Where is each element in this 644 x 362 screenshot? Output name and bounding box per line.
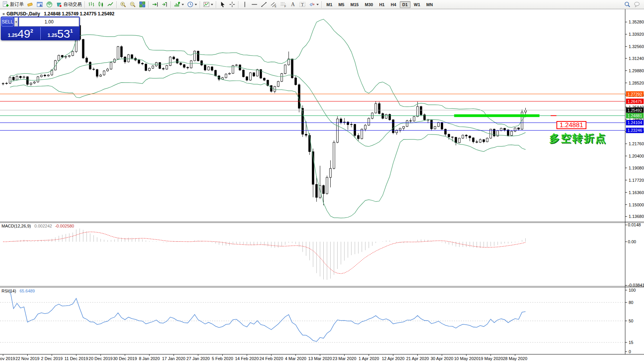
fibonacci-button[interactable]: F (278, 0, 288, 9)
vertical-line-icon (242, 1, 248, 8)
timeframe-M5-button[interactable]: M5 (336, 1, 347, 8)
buy-price-point: 1 (70, 28, 73, 34)
toolbar-group-3 (150, 0, 169, 9)
shapes-button[interactable] (307, 0, 320, 9)
chart-window[interactable]: 1.352801.339201.325601.312401.298801.285… (0, 9, 644, 362)
candle-body (448, 134, 450, 137)
bar-chart-button[interactable] (86, 0, 96, 9)
channel-button[interactable]: E (269, 0, 278, 9)
tile-windows-button[interactable] (137, 0, 147, 9)
text-label-button[interactable]: T (298, 0, 307, 9)
candle-body (37, 77, 39, 82)
zoom-out-icon (129, 1, 136, 8)
toolbar-group-6 (218, 0, 237, 9)
horizontal-line-icon (251, 1, 258, 8)
date-tick-label: 21 Apr 2020 (406, 356, 429, 361)
zoom-in-button[interactable] (118, 0, 128, 9)
auto-scroll-button[interactable] (150, 0, 160, 9)
cursor-button[interactable] (218, 0, 227, 9)
candle-body (358, 136, 359, 139)
templates-button[interactable] (202, 0, 215, 9)
gold-bar-button[interactable] (25, 0, 35, 9)
timeframe-M15-button[interactable]: M15 (348, 1, 361, 8)
candle-body (40, 75, 42, 77)
mt4-terminal: 新订单自动交易EFATM1M5M15M30H1H4D1W1MN 1.352801… (0, 0, 644, 362)
timeframe-M30-button[interactable]: M30 (362, 1, 376, 8)
date-tick-label: 12 Apr 2020 (382, 356, 404, 361)
price-chart-canvas[interactable]: 1.352801.339201.325601.312401.298801.285… (0, 9, 644, 362)
periods-icon (187, 1, 194, 8)
bollinger-upper-band (10, 19, 525, 128)
volume-input[interactable] (19, 17, 79, 27)
timeframe-MN-button[interactable]: MN (424, 1, 435, 8)
candle-body (183, 65, 185, 67)
buy-price[interactable]: 1.25 53 1 (41, 27, 80, 40)
trendline-button[interactable] (259, 0, 269, 9)
date-tick-label: 8 Jan 2020 (139, 356, 160, 361)
chevron-down-icon[interactable] (211, 4, 213, 5)
signal-button[interactable] (45, 0, 54, 9)
candle-body (96, 70, 98, 76)
timeframe-D1-button[interactable]: D1 (400, 1, 411, 8)
periods-button[interactable] (185, 0, 199, 9)
svg-text:A: A (291, 2, 295, 7)
candle-body (472, 138, 474, 142)
price-tick-label: 1.21760 (629, 141, 644, 146)
price-badge-1.27292: 1.27292 (626, 91, 644, 97)
cursor-icon (219, 1, 226, 8)
candle-body (316, 184, 318, 198)
toolbar-group-2 (118, 0, 147, 9)
candle-body (462, 135, 464, 138)
macd-signal-value: -0.002580 (55, 224, 74, 228)
indicators-button[interactable] (172, 0, 185, 9)
candle-chart-button[interactable] (96, 0, 106, 9)
toolbar-group-0: 新订单自动交易 (1, 0, 83, 9)
candle-body (110, 62, 112, 69)
date-tick-label: 14 Feb 2020 (235, 356, 259, 361)
shapes-icon (309, 1, 315, 8)
new-order-button[interactable]: 新订单 (1, 0, 25, 9)
candle-body (211, 67, 213, 70)
chart-title-icon (3, 13, 5, 15)
chevron-down-icon[interactable] (195, 4, 197, 5)
candle-body (197, 51, 199, 61)
candle-body (16, 76, 18, 80)
horizontal-line-button[interactable] (250, 0, 259, 9)
price-level-label[interactable]: 1.24881 (556, 121, 586, 129)
autotrading-button[interactable]: 自动交易 (54, 0, 83, 9)
candle-body (351, 125, 353, 125)
date-tick-label: 19 May 2020 (478, 356, 503, 361)
svg-text:15: 15 (629, 340, 633, 345)
chevron-down-icon[interactable] (182, 4, 184, 5)
toolbar-right-icons (622, 0, 643, 9)
sell-button[interactable]: SELL (2, 17, 13, 27)
search-button[interactable] (622, 0, 632, 9)
volume-decrease-button[interactable]: ▼ (14, 17, 18, 27)
zoom-out-button[interactable] (128, 0, 137, 9)
date-tick-label: 2 Dec 2019 (41, 356, 63, 361)
timeframe-H4-button[interactable]: H4 (388, 1, 399, 8)
svg-text:1.23246: 1.23246 (627, 128, 642, 133)
price-tick-label: 1.16360 (629, 190, 644, 195)
signal-icon (46, 1, 53, 8)
chevron-down-icon[interactable] (316, 4, 319, 5)
sell-price[interactable]: 1.25 49 2 (1, 27, 40, 40)
vertical-line-button[interactable] (240, 0, 250, 9)
date-tick-label: 5 Feb 2020 (212, 356, 233, 361)
candle-body (518, 128, 520, 129)
price-axis: 1.352801.339201.325601.312401.298801.285… (625, 20, 644, 219)
charts-window-button[interactable] (35, 0, 45, 9)
chat-button[interactable] (632, 0, 642, 9)
candle-body (208, 67, 210, 70)
candle-body (420, 106, 422, 115)
candle-body (121, 46, 123, 57)
timeframe-W1-button[interactable]: W1 (411, 1, 423, 8)
timeframe-H1-button[interactable]: H1 (376, 1, 387, 8)
chart-shift-button[interactable] (160, 0, 169, 9)
line-chart-button[interactable] (106, 0, 115, 9)
text-button[interactable]: A (288, 0, 298, 9)
trade-panel-prices: 1.25 49 2 1.25 53 1 (1, 27, 80, 40)
candle-body (82, 40, 84, 58)
crosshair-button[interactable] (227, 0, 237, 9)
timeframe-M1-button[interactable]: M1 (324, 1, 335, 8)
